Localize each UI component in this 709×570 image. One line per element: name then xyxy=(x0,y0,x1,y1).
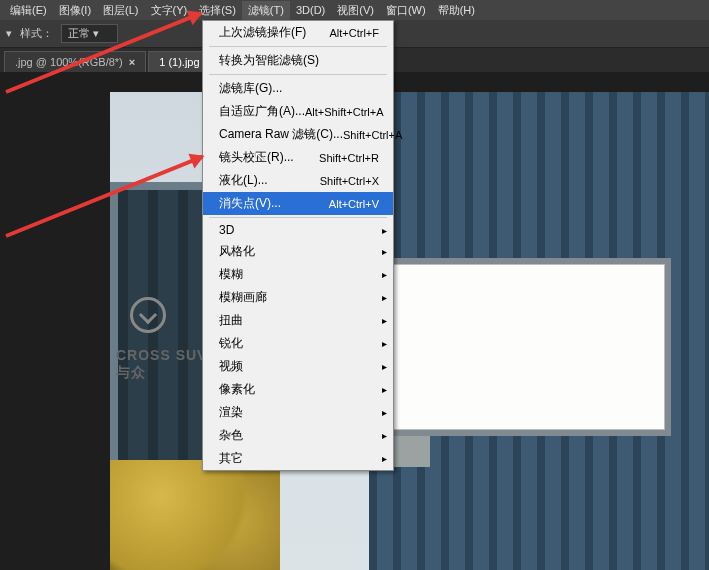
photo-logo-icon xyxy=(130,297,166,333)
menu-item-label: 3D xyxy=(219,223,234,237)
menu-item-filter-gallery[interactable]: 滤镜库(G)... xyxy=(203,77,393,100)
menu-item-label: 渲染 xyxy=(219,404,243,421)
menu-item-label: 液化(L)... xyxy=(219,172,268,189)
menu-item-label: 滤镜库(G)... xyxy=(219,80,282,97)
sign-line-2: 与众 xyxy=(116,364,207,381)
menu-item-label: 模糊 xyxy=(219,266,243,283)
menu-3d[interactable]: 3D(D) xyxy=(290,2,331,18)
menu-item-blur-gallery[interactable]: 模糊画廊 xyxy=(203,286,393,309)
photo-tree xyxy=(110,460,280,570)
menu-item-shortcut: Shift+Ctrl+R xyxy=(319,152,379,164)
menu-item-lens-correction[interactable]: 镜头校正(R)... Shift+Ctrl+R xyxy=(203,146,393,169)
menu-item-label: 扭曲 xyxy=(219,312,243,329)
close-icon[interactable]: × xyxy=(129,56,135,68)
menu-item-vanishing-point[interactable]: 消失点(V)... Alt+Ctrl+V xyxy=(203,192,393,215)
style-value: 正常 xyxy=(68,27,90,39)
menu-item-shortcut: Alt+Shift+Ctrl+A xyxy=(305,106,384,118)
menu-item-noise[interactable]: 杂色 xyxy=(203,424,393,447)
menu-item-label: 模糊画廊 xyxy=(219,289,267,306)
menu-item-label: 风格化 xyxy=(219,243,255,260)
menu-item-liquify[interactable]: 液化(L)... Shift+Ctrl+X xyxy=(203,169,393,192)
menu-item-label: 像素化 xyxy=(219,381,255,398)
menu-item-shortcut: Alt+Ctrl+F xyxy=(329,27,379,39)
menu-item-distort[interactable]: 扭曲 xyxy=(203,309,393,332)
menu-item-adaptive-wide-angle[interactable]: 自适应广角(A)... Alt+Shift+Ctrl+A xyxy=(203,100,393,123)
menu-item-label: 上次滤镜操作(F) xyxy=(219,24,306,41)
menu-layer[interactable]: 图层(L) xyxy=(97,1,144,20)
menu-window[interactable]: 窗口(W) xyxy=(380,1,432,20)
tool-dropdown-icon[interactable]: ▾ xyxy=(6,27,12,40)
style-select[interactable]: 正常 ▾ xyxy=(61,24,118,43)
photo-signboard: CROSS SUV 与众 xyxy=(116,347,207,381)
menu-item-sharpen[interactable]: 锐化 xyxy=(203,332,393,355)
menu-item-pixelate[interactable]: 像素化 xyxy=(203,378,393,401)
filter-menu: 上次滤镜操作(F) Alt+Ctrl+F 转换为智能滤镜(S) 滤镜库(G)..… xyxy=(202,20,394,471)
menubar: 编辑(E) 图像(I) 图层(L) 文字(Y) 选择(S) 滤镜(T) 3D(D… xyxy=(0,0,709,20)
menu-item-convert-smart[interactable]: 转换为智能滤镜(S) xyxy=(203,49,393,72)
menu-item-blur[interactable]: 模糊 xyxy=(203,263,393,286)
menu-item-label: 自适应广角(A)... xyxy=(219,103,305,120)
photo-billboard-frame xyxy=(381,258,671,436)
menu-item-shortcut: Shift+Ctrl+X xyxy=(320,175,379,187)
menu-item-label: 其它 xyxy=(219,450,243,467)
menu-item-render[interactable]: 渲染 xyxy=(203,401,393,424)
menu-filter[interactable]: 滤镜(T) xyxy=(242,1,290,20)
menu-item-label: 锐化 xyxy=(219,335,243,352)
menu-item-other[interactable]: 其它 xyxy=(203,447,393,470)
menu-item-shortcut: Shift+Ctrl+A xyxy=(343,129,402,141)
menu-item-last-filter[interactable]: 上次滤镜操作(F) Alt+Ctrl+F xyxy=(203,21,393,44)
menu-item-label: 转换为智能滤镜(S) xyxy=(219,52,319,69)
menu-item-3d[interactable]: 3D xyxy=(203,220,393,240)
menu-edit[interactable]: 编辑(E) xyxy=(4,1,53,20)
menu-help[interactable]: 帮助(H) xyxy=(432,1,481,20)
cursor-icon: ↖ xyxy=(254,148,266,164)
menu-item-label: 视频 xyxy=(219,358,243,375)
menu-separator xyxy=(209,46,387,47)
menu-item-label: Camera Raw 滤镜(C)... xyxy=(219,126,343,143)
menu-separator xyxy=(209,217,387,218)
menu-item-video[interactable]: 视频 xyxy=(203,355,393,378)
menu-view[interactable]: 视图(V) xyxy=(331,1,380,20)
menu-item-camera-raw[interactable]: Camera Raw 滤镜(C)... Shift+Ctrl+A xyxy=(203,123,393,146)
menu-image[interactable]: 图像(I) xyxy=(53,1,97,20)
menu-item-label: 杂色 xyxy=(219,427,243,444)
menu-item-shortcut: Alt+Ctrl+V xyxy=(329,198,379,210)
menu-separator xyxy=(209,74,387,75)
menu-item-stylize[interactable]: 风格化 xyxy=(203,240,393,263)
menu-item-label: 消失点(V)... xyxy=(219,195,281,212)
sign-line-1: CROSS SUV xyxy=(116,347,207,364)
photo-billboard xyxy=(387,264,665,430)
style-label: 样式： xyxy=(20,26,53,41)
